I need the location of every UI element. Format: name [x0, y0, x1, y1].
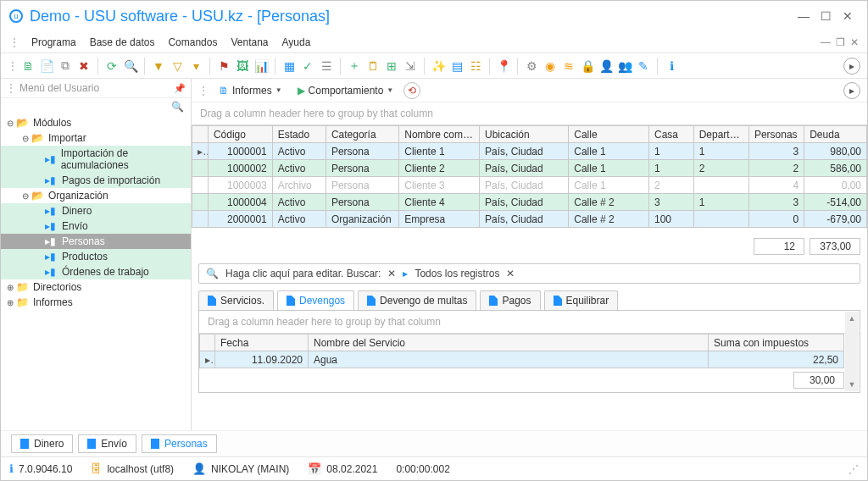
flag-icon[interactable]: ⚑	[215, 58, 232, 75]
refresh-circle-icon[interactable]: ⟲	[403, 82, 420, 99]
col-deuda[interactable]: Deuda	[804, 126, 867, 143]
doctab-dinero[interactable]: Dinero	[11, 434, 73, 453]
doctab-personas[interactable]: Personas	[142, 434, 217, 453]
tree-directorios[interactable]: ⊕📁Directorios	[1, 279, 191, 295]
filter2-icon[interactable]: ▽	[169, 58, 186, 75]
dcol-servicio[interactable]: Nombre del Servicio	[309, 334, 709, 351]
close-button[interactable]: ✕	[837, 9, 859, 23]
tab-multas[interactable]: Devengo de multas	[358, 290, 476, 310]
tree-dinero[interactable]: ▸▮Dinero	[1, 203, 191, 218]
open-doc-icon[interactable]: 📄	[38, 58, 55, 75]
add-icon[interactable]: ＋	[346, 58, 363, 75]
col-departa[interactable]: Departa...	[693, 126, 748, 143]
tree-ordenes[interactable]: ▸▮Órdenes de trabajo	[1, 264, 191, 279]
col-estado[interactable]: Estado	[272, 126, 326, 143]
tree-organizacion[interactable]: ⊖📂Organización	[1, 188, 191, 203]
rss-icon[interactable]: ≋	[560, 58, 577, 75]
tree-envio[interactable]: ▸▮Envío	[1, 218, 191, 234]
users-icon[interactable]: 👥	[616, 58, 633, 75]
sidebar-pin-icon[interactable]: 📌	[174, 83, 186, 94]
table-icon[interactable]: ▤	[448, 58, 465, 75]
tree-importacion-acumulaciones[interactable]: ▸▮Importación de acumulaciones	[1, 146, 191, 173]
filter3-icon[interactable]: ▾	[187, 58, 204, 75]
doctab-envio[interactable]: Envío	[78, 434, 136, 453]
sidebar-search-icon[interactable]: 🔍	[171, 101, 184, 113]
refresh-icon[interactable]: ⟳	[103, 58, 120, 75]
check-icon[interactable]: ✓	[299, 58, 316, 75]
lock-icon[interactable]: 🔒	[579, 58, 596, 75]
table-row[interactable]: 1000004ActivoPersonaCliente 4País, Ciuda…	[192, 194, 867, 211]
table-row[interactable]: ▸1000001ActivoPersonaCliente 1País, Ciud…	[192, 143, 867, 160]
tree-personas[interactable]: ▸▮Personas	[1, 234, 191, 249]
grid-header-row[interactable]: Código Estado Categoría Nombre comp... U…	[192, 126, 867, 143]
delete-icon[interactable]: ✖	[75, 58, 92, 75]
col-personas[interactable]: Personas	[748, 126, 804, 143]
detail-group-hint[interactable]: Drag a column header here to group by th…	[199, 311, 860, 334]
detail-grid[interactable]: Fecha Nombre del Servicio Suma con impue…	[199, 334, 860, 392]
toolbar-overflow-icon[interactable]: ▸	[843, 58, 860, 75]
subtoolbar-overflow-icon[interactable]: ▸	[843, 82, 860, 99]
minimize-button[interactable]: —	[793, 9, 815, 23]
menu-ventana[interactable]: Ventana	[224, 35, 275, 50]
resize-grip-icon[interactable]: ⋰	[849, 463, 859, 475]
col-casa[interactable]: Casa	[649, 126, 694, 143]
col-categoria[interactable]: Categoría	[326, 126, 398, 143]
color-icon[interactable]: ◉	[542, 58, 559, 75]
tab-devengos[interactable]: Devengos	[277, 290, 354, 310]
search-clear-icon[interactable]: ✕	[387, 268, 396, 279]
image-icon[interactable]: 🖼	[234, 58, 251, 75]
table-row[interactable]: 1000003ArchivoPersonaCliente 3País, Ciud…	[192, 177, 867, 194]
menu-comandos[interactable]: Comandos	[161, 35, 224, 50]
chart-icon[interactable]: 📊	[253, 58, 270, 75]
dcol-fecha[interactable]: Fecha	[215, 334, 309, 351]
detail-scrollbar[interactable]: ▲ ▼	[845, 312, 859, 391]
detail-header-row[interactable]: Fecha Nombre del Servicio Suma con impue…	[200, 334, 844, 351]
mdi-minimize-button[interactable]: —	[821, 36, 831, 48]
tree-importar[interactable]: ⊖📂Importar	[1, 130, 191, 146]
main-grid[interactable]: Código Estado Categoría Nombre comp... U…	[192, 125, 867, 228]
excel-icon[interactable]: ⊞	[383, 58, 400, 75]
new-doc-icon[interactable]: 🗎	[19, 58, 36, 75]
pin-icon[interactable]: 📍	[495, 58, 512, 75]
wizard-icon[interactable]: ✨	[430, 58, 447, 75]
tree-modulos[interactable]: ⊖📂Módulos	[1, 115, 191, 130]
note-icon[interactable]: 🗒	[364, 58, 381, 75]
search-nav-icon[interactable]: ▸	[403, 268, 408, 279]
comportamiento-dropdown[interactable]: ▶Comportamiento▼	[292, 83, 399, 98]
table-row[interactable]: 2000001ActivoOrganizaciónEmpresaPaís, Ci…	[192, 211, 867, 228]
layout-icon[interactable]: ▦	[281, 58, 298, 75]
list-icon[interactable]: ☷	[467, 58, 484, 75]
filter-icon[interactable]: ▼	[150, 58, 167, 75]
menu-ayuda[interactable]: Ayuda	[275, 35, 318, 50]
mdi-restore-button[interactable]: ❐	[836, 36, 845, 48]
info-icon[interactable]: ℹ	[663, 58, 680, 75]
col-nombre[interactable]: Nombre comp...	[399, 126, 480, 143]
scroll-down-icon[interactable]: ▼	[845, 378, 859, 391]
col-calle[interactable]: Calle	[569, 126, 649, 143]
scroll-up-icon[interactable]: ▲	[845, 312, 859, 325]
user-icon[interactable]: 👤	[598, 58, 615, 75]
mdi-close-button[interactable]: ✕	[850, 36, 859, 48]
col-ubicacion[interactable]: Ubicación	[479, 126, 568, 143]
wand-icon[interactable]: ✎	[635, 58, 652, 75]
export-icon[interactable]: ⇲	[402, 58, 419, 75]
menu-basedatos[interactable]: Base de datos	[83, 35, 162, 50]
menu-programa[interactable]: Programa	[25, 35, 83, 50]
table-row[interactable]: ▸11.09.2020Agua22,50	[200, 351, 844, 368]
group-by-hint[interactable]: Drag a column header here to group by th…	[192, 102, 867, 125]
search-icon[interactable]: 🔍	[122, 58, 139, 75]
tab-pagos[interactable]: Pagos	[480, 290, 540, 310]
dcol-suma[interactable]: Suma con impuestos	[709, 334, 844, 351]
tree-productos[interactable]: ▸▮Productos	[1, 249, 191, 264]
tree-pagos-importacion[interactable]: ▸▮Pagos de importación	[1, 173, 191, 188]
search-scope-clear-icon[interactable]: ✕	[506, 268, 515, 279]
copy-icon[interactable]: ⧉	[57, 58, 74, 75]
informes-dropdown[interactable]: 🗎Informes▼	[214, 83, 287, 98]
tree-informes[interactable]: ⊕📁Informes	[1, 295, 191, 310]
maximize-button[interactable]: ☐	[815, 9, 837, 23]
form-icon[interactable]: ☰	[318, 58, 335, 75]
tab-equilibrar[interactable]: Equilibrar	[544, 290, 619, 310]
tab-servicios[interactable]: Servicios.	[198, 290, 274, 310]
gear-icon[interactable]: ⚙	[523, 58, 540, 75]
col-codigo[interactable]: Código	[208, 126, 272, 143]
